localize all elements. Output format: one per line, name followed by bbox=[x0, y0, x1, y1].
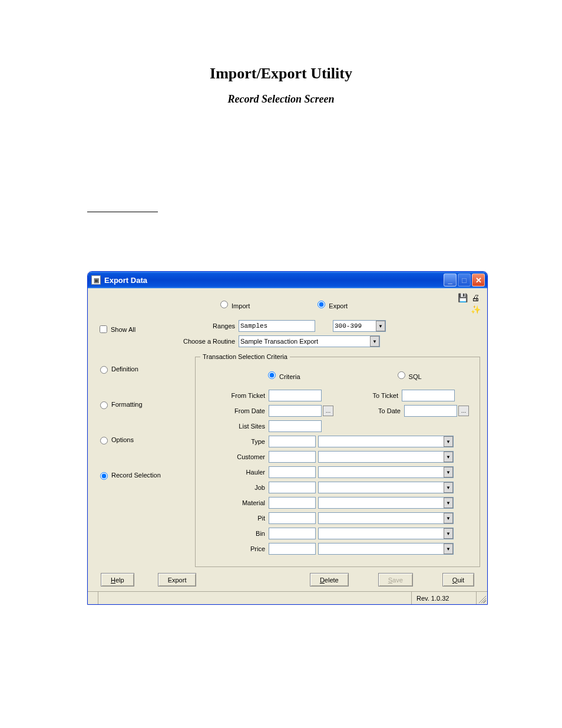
minimize-button[interactable]: _ bbox=[444, 274, 457, 286]
ranges-name-combo[interactable] bbox=[239, 320, 315, 332]
maximize-button: □ bbox=[458, 274, 471, 286]
type-combo[interactable] bbox=[318, 436, 454, 447]
page-title: Import/Export Utility bbox=[0, 65, 562, 83]
printer-icon[interactable]: 🖨 bbox=[470, 292, 481, 304]
from-ticket-label: From Ticket bbox=[200, 392, 265, 399]
routine-combo[interactable] bbox=[239, 335, 380, 347]
nav-options-radio[interactable] bbox=[100, 437, 108, 444]
show-all-label: Show All bbox=[111, 326, 135, 333]
titlebar[interactable]: ▣ Export Data _ □ ✕ bbox=[88, 272, 487, 288]
hauler-dropdown-icon[interactable]: ▼ bbox=[444, 467, 453, 477]
delete-button[interactable]: Delete bbox=[310, 573, 349, 587]
customer-code-input[interactable] bbox=[269, 451, 316, 463]
criteria-group: Transaction Selection Criteria Criteria … bbox=[195, 353, 480, 567]
from-ticket-input[interactable] bbox=[269, 390, 322, 401]
criteria-legend: Transaction Selection Criteria bbox=[200, 353, 290, 360]
to-date-label: To Date bbox=[353, 407, 401, 414]
page-subtitle: Record Selection Screen bbox=[0, 93, 562, 106]
status-rev: Rev. 1.0.32 bbox=[412, 592, 477, 604]
criteria-mode-criteria[interactable]: Criteria bbox=[265, 370, 300, 380]
pit-code-input[interactable] bbox=[269, 512, 316, 524]
export-button[interactable]: Export bbox=[158, 573, 197, 587]
nav-formatting-radio[interactable] bbox=[100, 401, 108, 409]
type-label: Type bbox=[200, 438, 265, 445]
routine-dropdown-icon[interactable]: ▼ bbox=[370, 336, 379, 347]
save-icon[interactable]: 💾 bbox=[457, 292, 468, 304]
mode-export-radio[interactable] bbox=[318, 301, 325, 308]
save-button: Save bbox=[378, 573, 413, 587]
nav-record-selection-label: Record Selection bbox=[111, 472, 161, 479]
to-date-browse-button[interactable]: … bbox=[458, 406, 469, 416]
bin-combo[interactable] bbox=[318, 528, 454, 539]
to-date-input[interactable] bbox=[404, 405, 457, 417]
hauler-code-input[interactable] bbox=[269, 466, 316, 478]
price-combo[interactable] bbox=[318, 543, 454, 555]
nav-record-selection[interactable]: Record Selection bbox=[97, 470, 188, 480]
hauler-label: Hauler bbox=[200, 469, 265, 476]
mode-import-radio[interactable] bbox=[220, 301, 228, 308]
to-ticket-input[interactable] bbox=[402, 390, 455, 401]
material-combo[interactable] bbox=[318, 497, 454, 509]
material-code-input[interactable] bbox=[269, 497, 316, 509]
customer-combo[interactable] bbox=[318, 451, 454, 463]
app-icon: ▣ bbox=[91, 275, 101, 285]
job-label: Job bbox=[200, 484, 265, 491]
pit-dropdown-icon[interactable]: ▼ bbox=[444, 513, 453, 523]
from-date-browse-button[interactable]: … bbox=[323, 406, 333, 416]
list-sites-label: List Sites bbox=[200, 423, 265, 430]
mode-export-label: Export bbox=[329, 302, 348, 309]
type-code-input[interactable] bbox=[269, 436, 316, 447]
nav-definition-label: Definition bbox=[111, 365, 138, 373]
customer-label: Customer bbox=[200, 453, 265, 460]
bin-dropdown-icon[interactable]: ▼ bbox=[444, 528, 453, 539]
type-dropdown-icon[interactable]: ▼ bbox=[444, 436, 453, 447]
nav-record-selection-radio[interactable] bbox=[100, 472, 108, 480]
bin-label: Bin bbox=[200, 530, 265, 537]
hauler-combo[interactable] bbox=[318, 466, 454, 478]
underline-divider bbox=[87, 212, 158, 212]
material-dropdown-icon[interactable]: ▼ bbox=[444, 498, 453, 508]
criteria-mode-sql-radio[interactable] bbox=[398, 371, 405, 379]
nav-options[interactable]: Options bbox=[97, 435, 188, 444]
job-dropdown-icon[interactable]: ▼ bbox=[444, 482, 453, 493]
job-combo[interactable] bbox=[318, 482, 454, 493]
price-code-input[interactable] bbox=[269, 543, 316, 555]
material-label: Material bbox=[200, 499, 265, 506]
nav-definition-radio[interactable] bbox=[100, 366, 108, 374]
criteria-mode-criteria-label: Criteria bbox=[279, 373, 300, 380]
show-all-checkbox[interactable]: Show All bbox=[97, 324, 188, 335]
mode-import-label: Import bbox=[232, 302, 250, 309]
mode-export[interactable]: Export bbox=[315, 299, 348, 309]
list-sites-input[interactable] bbox=[269, 420, 322, 432]
customer-dropdown-icon[interactable]: ▼ bbox=[444, 452, 453, 462]
to-ticket-label: To Ticket bbox=[351, 392, 398, 399]
ranges-label: Ranges bbox=[194, 322, 235, 330]
show-all-input[interactable] bbox=[100, 325, 107, 333]
mode-import[interactable]: Import bbox=[217, 299, 250, 309]
criteria-mode-criteria-radio[interactable] bbox=[268, 371, 276, 379]
window-title: Export Data bbox=[104, 276, 147, 285]
criteria-mode-sql[interactable]: SQL bbox=[395, 370, 422, 380]
job-code-input[interactable] bbox=[269, 482, 316, 493]
resize-grip-icon[interactable] bbox=[477, 594, 486, 603]
bin-code-input[interactable] bbox=[269, 528, 316, 539]
export-data-window: ▣ Export Data _ □ ✕ 💾 🖨 ✨ Show All bbox=[87, 271, 488, 605]
from-date-input[interactable] bbox=[269, 405, 322, 417]
criteria-mode-sql-label: SQL bbox=[409, 373, 422, 380]
routine-label: Choose a Routine bbox=[176, 338, 235, 345]
quit-button[interactable]: Quit bbox=[442, 573, 474, 587]
close-button[interactable]: ✕ bbox=[472, 274, 485, 286]
pit-label: Pit bbox=[200, 515, 265, 522]
pit-combo[interactable] bbox=[318, 512, 454, 524]
from-date-label: From Date bbox=[200, 407, 265, 414]
status-bar: Rev. 1.0.32 bbox=[88, 591, 487, 604]
price-dropdown-icon[interactable]: ▼ bbox=[444, 543, 453, 554]
nav-formatting-label: Formatting bbox=[111, 401, 143, 408]
wizard-icon[interactable]: ✨ bbox=[470, 304, 481, 315]
price-label: Price bbox=[200, 545, 265, 552]
nav-formatting[interactable]: Formatting bbox=[97, 400, 188, 409]
ranges-range-dropdown-icon[interactable]: ▼ bbox=[376, 321, 385, 331]
nav-definition[interactable]: Definition bbox=[97, 364, 188, 374]
toolbar-icons: 💾 🖨 ✨ bbox=[457, 292, 481, 304]
help-button[interactable]: Help bbox=[101, 573, 134, 587]
